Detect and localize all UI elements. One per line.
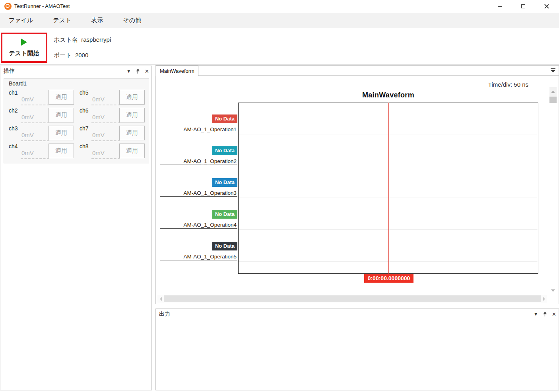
vertical-scroll-up-button[interactable] [549,87,557,97]
menu-item-other[interactable]: その他 [119,17,145,24]
channel-value-underline [91,105,120,105]
host-name-label: ホスト名 [54,36,78,43]
channel-cell-ch8: ch8 0mV 適用 [76,143,147,161]
operation-panel: 操作 ▼ ✕ Board1 ch1 0mV 適用 ch2 0mV 適用 [0,66,152,390]
channel-name: ch5 [80,89,89,96]
time-cursor-line[interactable] [388,103,389,279]
horizontal-scroll-left-button[interactable] [157,295,164,303]
channel-value-underline [91,122,120,123]
panel-menu-chevron-icon[interactable]: ▼ [534,312,538,316]
host-name-value: raspberrypi [81,36,111,43]
channel-label: AM-AO_1_Operation3 [160,190,237,197]
board-group: Board1 ch1 0mV 適用 ch2 0mV 適用 ch3 0mV 適用 [4,78,149,163]
apply-button-ch2[interactable]: 適用 [49,108,74,122]
dropdown-triangle [551,70,555,72]
channel-value-input[interactable]: 0mV [21,114,34,120]
app-logo-ring [6,4,10,8]
dropdown-bar [551,68,555,69]
operation-panel-title: 操作 [4,68,15,75]
waveform-plot-area[interactable] [238,103,538,274]
no-data-badge: No Data [212,242,237,250]
channel-cell-ch5: ch5 0mV 適用 [76,89,147,107]
vertical-scroll-down-button[interactable] [549,287,557,295]
document-tab-strip: MainWaveform [156,66,559,76]
maximize-icon [521,4,525,8]
arrow-left-icon [160,297,162,301]
title-bar: TestRunner - AMAOTest [0,0,559,13]
apply-button-ch3[interactable]: 適用 [49,126,74,140]
waveform-document-panel: MainWaveform Time/div: 50 ns MainWavefor… [155,65,559,304]
apply-button-ch4[interactable]: 適用 [49,144,74,158]
panel-menu-chevron-icon[interactable]: ▼ [126,69,131,74]
channel-value-input[interactable]: 0mV [21,149,34,156]
app-logo-notch [10,4,11,5]
horizontal-scroll-right-button[interactable] [541,295,547,303]
channel-label: AM-AO_1_Operation2 [160,158,237,165]
app-logo-icon [4,3,12,10]
window-title: TestRunner - AMAOTest [14,3,70,9]
channel-name: ch8 [80,143,89,149]
apply-button-ch6[interactable]: 適用 [119,108,145,122]
horizontal-scrollbar[interactable] [157,295,547,303]
channel-label: AM-AO_1_Operation4 [160,222,237,229]
channel-value-input[interactable]: 0mV [92,149,105,156]
channel-grid: ch1 0mV 適用 ch2 0mV 適用 ch3 0mV 適用 ch4 0mV [6,89,147,161]
channel-value-underline [21,122,49,123]
vertical-scrollbar-thumb[interactable] [549,97,557,103]
waveform-row-2: No Data AM-AO_1_Operation2 [160,146,237,165]
channel-value-underline [21,140,49,141]
channel-name: ch2 [9,107,18,114]
pin-icon[interactable] [136,69,140,74]
apply-button-ch1[interactable]: 適用 [49,90,74,105]
tab-mainwaveform[interactable]: MainWaveform [156,66,198,76]
document-list-dropdown-icon[interactable] [551,68,555,72]
channel-value-underline [21,105,49,105]
host-name-field[interactable]: ホスト名 raspberrypi [54,36,111,44]
port-label: ポート [54,52,72,58]
panel-close-icon[interactable]: ✕ [145,69,149,74]
operation-panel-header: 操作 ▼ ✕ [0,66,151,76]
minimize-icon [498,6,502,7]
waveform-content: Time/div: 50 ns MainWaveform No Data AM-… [156,76,559,304]
close-button[interactable] [535,0,558,13]
toolbar: テスト開始 ホスト名 raspberrypi ポート 2000 [0,28,559,65]
chart-title: MainWaveform [238,91,538,99]
waveform-row-4: No Data AM-AO_1_Operation4 [160,210,237,229]
port-value: 2000 [75,52,88,58]
channel-value-input[interactable]: 0mV [92,132,105,138]
channel-label: AM-AO_1_Operation5 [160,254,237,260]
channel-value-input[interactable]: 0mV [21,132,34,138]
channel-value-input[interactable]: 0mV [21,96,34,103]
channel-name: ch6 [80,107,89,114]
waveform-row-1: No Data AM-AO_1_Operation1 [160,114,237,133]
channel-cell-ch2: ch2 0mV 適用 [6,107,76,125]
channel-cell-ch4: ch4 0mV 適用 [6,143,76,161]
port-field[interactable]: ポート 2000 [54,52,88,59]
close-icon [544,4,549,9]
panel-close-icon[interactable]: ✕ [552,312,556,317]
channel-value-underline [91,140,120,141]
menu-item-test[interactable]: テスト [49,17,75,24]
channel-value-input[interactable]: 0mV [92,96,105,103]
channel-value-underline [91,158,120,159]
apply-button-ch7[interactable]: 適用 [119,126,145,140]
pin-icon[interactable] [543,312,547,317]
horizontal-scrollbar-thumb[interactable] [164,295,541,302]
apply-button-ch5[interactable]: 適用 [119,90,145,105]
board-name: Board1 [9,80,27,87]
channel-name: ch1 [9,89,18,96]
channel-value-input[interactable]: 0mV [92,114,105,120]
output-panel: 出力 ▼ ✕ [155,309,559,390]
time-per-div-label: Time/div: 50 ns [488,81,528,88]
arrow-right-icon [543,297,545,301]
apply-button-ch8[interactable]: 適用 [119,144,145,158]
output-panel-title: 出力 [159,310,170,318]
maximize-button[interactable] [512,0,535,13]
channel-cell-ch6: ch6 0mV 適用 [76,107,147,125]
channel-name: ch7 [80,125,89,132]
menu-item-file[interactable]: ファイル [5,17,37,24]
minimize-button[interactable] [488,0,511,13]
channel-cell-ch1: ch1 0mV 適用 [6,89,76,107]
menu-item-view[interactable]: 表示 [87,17,107,24]
no-data-badge: No Data [212,146,237,155]
